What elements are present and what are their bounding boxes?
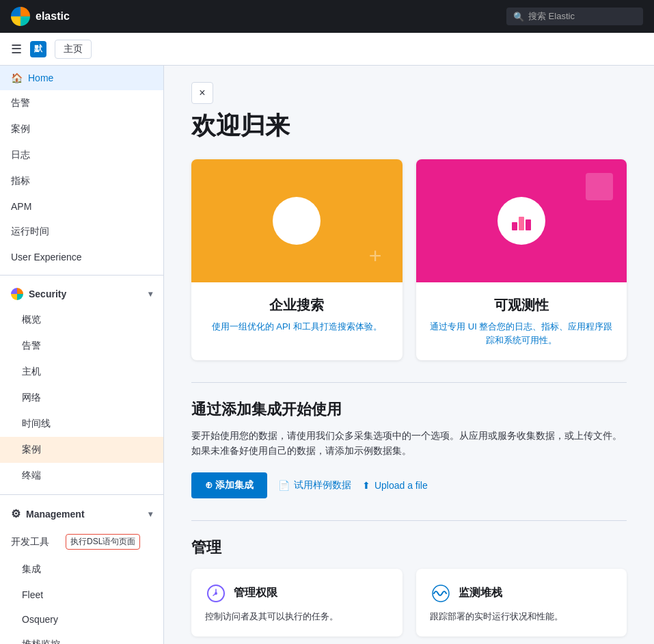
sidebar-item-overview[interactable]: 概览 [0,307,163,333]
manage-permissions-title: 管理权限 [234,586,277,600]
sidebar-item-logs[interactable]: 日志 [0,142,163,168]
svg-point-5 [215,592,217,595]
home-tab[interactable]: 主页 [55,40,92,59]
monitor-icon [430,582,452,604]
sidebar-item-osquery[interactable]: Osquery [0,607,163,632]
security-chevron-icon: ▾ [148,289,152,299]
monitor-stack-header: 监测堆栈 [430,582,614,604]
sidebar: 🏠 Home 告警 案例 日志 指标 APM 运行时间 User Experie… [0,66,164,644]
sidebar-item-runtime[interactable]: 运行时间 [0,219,163,245]
content-wrapper: × 欢迎归来 [164,66,654,644]
manage-permissions-card[interactable]: 管理权限 控制访问者及其可以执行的任务。 [191,569,403,637]
svg-point-0 [284,209,309,233]
sidebar-item-fleet[interactable]: Fleet [0,582,163,607]
action-buttons-row: ⊕ 添加集成 📄 试用样例数据 ⬆ Upload a file [191,472,627,498]
sidebar-divider-2 [0,494,163,495]
sidebar-item-hosts[interactable]: 主机 [0,359,163,385]
search-icon: 🔍 [513,12,524,22]
sidebar-stack-monitor-label: 堆栈监控 [22,639,60,644]
observability-icon [498,197,545,245]
welcome-title: 欢迎归来 [191,109,627,143]
main-layout: 🏠 Home 告警 案例 日志 指标 APM 运行时间 User Experie… [0,66,654,644]
sample-data-button[interactable]: 📄 试用样例数据 [278,479,351,492]
sidebar-item-sec-cases[interactable]: 案例 [0,437,163,463]
get-started-desc: 要开始使用您的数据，请使用我们众多采集选项中的一个选项。从应用或服务收集数据，或… [191,428,627,459]
monitor-stack-desc: 跟踪部署的实时运行状况和性能。 [430,610,614,623]
sidebar-runtime-label: 运行时间 [11,226,49,238]
observability-card-image [416,159,627,282]
sidebar-timeline-label: 时间线 [22,418,51,430]
sidebar-item-apm[interactable]: APM [0,194,163,219]
sidebar-endpoints-label: 终端 [22,470,41,482]
sidebar-item-endpoints[interactable]: 终端 [0,463,163,489]
svg-rect-2 [519,217,524,230]
security-section-icon [11,288,23,300]
plus-decoration: + [369,243,382,269]
sidebar-integrations-label: 集成 [22,563,41,576]
observability-desc: 通过专用 UI 整合您的日志、指标、应用程序跟踪和系统可用性。 [430,320,614,347]
sidebar-hosts-label: 主机 [22,366,41,378]
sidebar-item-home[interactable]: 🏠 Home [0,66,163,90]
devtools-row: 开发工具 执行DSL语句页面 [0,527,163,556]
dot-decoration [586,173,613,200]
sidebar-apm-label: APM [11,201,31,212]
add-integration-main-label: ⊕ 添加集成 [205,479,254,492]
observability-card[interactable]: 可观测性 通过专用 UI 整合您的日志、指标、应用程序跟踪和系统可用性。 [416,159,627,360]
sidebar-item-cases[interactable]: 案例 [0,116,163,142]
elastic-logo-text: elastic [36,10,70,23]
monitor-stack-title: 监测堆栈 [459,586,502,600]
sidebar-sec-alerts-label: 告警 [22,340,41,352]
observability-card-body: 可观测性 通过专用 UI 整合您的日志、指标、应用程序跟踪和系统可用性。 [416,282,627,360]
sidebar-sec-cases-label: 案例 [22,444,41,456]
second-bar: ☰ 默 主页 [0,33,654,66]
sidebar-item-user-experience[interactable]: User Experience [0,245,163,269]
sample-data-icon: 📄 [278,480,290,491]
hamburger-button[interactable]: ☰ [11,42,22,57]
sidebar-logs-label: 日志 [11,149,30,161]
upload-label: Upload a file [374,480,428,491]
svg-rect-3 [526,219,531,230]
security-section-items: 概览 告警 主机 网络 时间线 案例 终端 [0,307,163,489]
sidebar-item-integrations[interactable]: 集成 [0,556,163,582]
search-bar[interactable]: 🔍 搜索 Elastic [506,8,643,25]
sidebar-item-alerts[interactable]: 告警 [0,90,163,116]
sidebar-item-network[interactable]: 网络 [0,385,163,411]
close-icon: × [199,87,205,99]
home-badge: 默 [30,41,46,57]
feature-cards-row: + 企业搜索 使用一组优化的 API 和工具打造搜索体验。 [191,159,627,360]
enterprise-search-card-body: 企业搜索 使用一组优化的 API 和工具打造搜索体验。 [191,282,403,347]
sidebar-home-label: Home [28,72,53,83]
sidebar-section-security[interactable]: Security ▾ [0,281,163,307]
enterprise-search-desc: 使用一组优化的 API 和工具打造搜索体验。 [205,320,389,334]
permissions-icon [205,582,227,604]
sidebar-item-devtools[interactable]: 开发工具 [11,536,49,548]
sidebar-item-sec-alerts[interactable]: 告警 [0,333,163,359]
management-section-items: 开发工具 执行DSL语句页面 集成 Fleet Osquery 堆栈监控 Sta… [0,527,163,644]
devtools-tooltip[interactable]: 执行DSL语句页面 [66,534,140,550]
manage-permissions-desc: 控制访问者及其可以执行的任务。 [205,610,389,623]
sidebar-item-timeline[interactable]: 时间线 [0,411,163,437]
enterprise-search-icon [273,197,321,245]
section-divider-2 [191,520,627,521]
sidebar-fleet-label: Fleet [22,589,43,600]
add-integration-main-button[interactable]: ⊕ 添加集成 [191,472,267,498]
elastic-logo-icon [11,7,30,26]
sidebar-item-metrics[interactable]: 指标 [0,168,163,194]
sidebar-security-label: Security [29,289,66,299]
sidebar-item-stack-monitor[interactable]: 堆栈监控 [0,632,163,644]
close-button[interactable]: × [191,82,213,104]
monitor-stack-card[interactable]: 监测堆栈 跟踪部署的实时运行状况和性能。 [416,569,627,637]
upload-file-button[interactable]: ⬆ Upload a file [362,480,428,491]
elastic-logo[interactable]: elastic [11,7,70,26]
mgmt-cards-row: 管理权限 控制访问者及其可以执行的任务。 监测堆栈 [191,569,627,637]
search-placeholder: 搜索 Elastic [528,10,575,23]
sidebar-cases-label: 案例 [11,123,30,135]
sidebar-section-management[interactable]: ⚙ Management ▾ [0,500,163,527]
section-divider-1 [191,382,627,383]
close-btn-row: × [191,82,627,104]
enterprise-search-card[interactable]: + 企业搜索 使用一组优化的 API 和工具打造搜索体验。 [191,159,403,360]
management-section-title: 管理 [191,537,627,558]
top-navigation: elastic 🔍 搜索 Elastic [0,0,654,33]
sidebar-overview-label: 概览 [22,314,41,326]
observability-title: 可观测性 [430,296,614,314]
